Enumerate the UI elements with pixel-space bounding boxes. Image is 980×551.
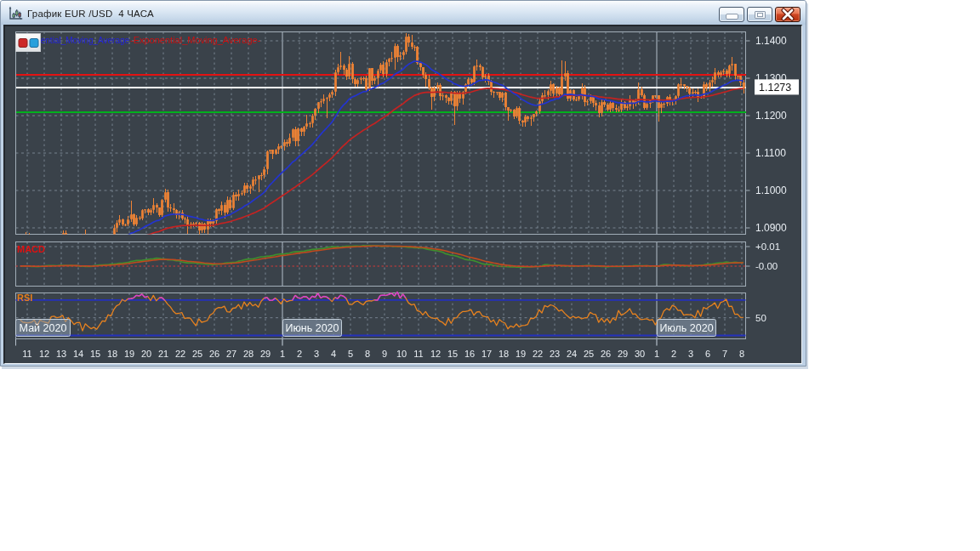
axis-label: 50 [755, 313, 766, 323]
price-axis: 1.14001.13001.12001.11001.10001.0900+0.0… [746, 35, 788, 323]
date-label: 29 [618, 349, 628, 359]
date-label: 11 [22, 349, 31, 359]
date-label: 29 [260, 349, 271, 359]
date-label: 26 [209, 349, 219, 359]
month-box-label: Май 2020 [20, 322, 67, 334]
date-label: 2 [297, 349, 302, 359]
date-label: 12 [430, 349, 441, 359]
date-label: 22 [175, 349, 185, 359]
price-chart: 1.14001.13001.12001.11001.10001.0900+0.0… [1, 1, 807, 367]
date-label: 2 [671, 349, 676, 359]
ema-fast-line [20, 61, 744, 247]
date-label: 24 [567, 349, 577, 359]
date-label: 12 [39, 349, 49, 359]
axis-label: 1.1100 [755, 147, 786, 159]
date-label: 27 [226, 349, 236, 359]
date-label: 22 [533, 349, 543, 359]
rsi-panel-lines [16, 292, 746, 335]
date-label: 10 [396, 349, 407, 359]
date-label: 5 [348, 349, 353, 359]
date-label: 8 [365, 349, 370, 359]
date-label: 25 [584, 349, 594, 359]
date-label: 3 [688, 349, 693, 359]
grid-lines [16, 32, 746, 346]
axis-label: 1.1400 [755, 35, 787, 47]
date-label: 30 [635, 349, 645, 359]
month-box-label: Июль 2020 [659, 322, 713, 334]
date-label: 23 [550, 349, 560, 359]
axis-label: 1.1000 [755, 185, 787, 196]
date-label: 25 [192, 349, 202, 359]
macd-lines [16, 246, 746, 267]
ema-slow-legend: -Exponential_Moving_Average- [130, 35, 261, 45]
date-label: 21 [158, 349, 168, 359]
date-label: 7 [722, 349, 727, 359]
month-box[interactable]: Июль 2020 [658, 320, 716, 337]
moving-averages [20, 61, 744, 247]
date-label: 17 [481, 349, 492, 359]
month-box[interactable]: Май 2020 [16, 320, 71, 337]
current-price-box: 1.1273 [755, 79, 799, 94]
date-label: 4 [331, 349, 336, 359]
date-label: 3 [314, 349, 319, 359]
axis-label: -0.00 [755, 261, 778, 271]
axis-label: 1.0900 [755, 222, 787, 234]
date-label: 14 [73, 349, 83, 359]
date-label: 19 [124, 349, 134, 359]
date-label: 18 [107, 349, 117, 359]
rsi-line [20, 292, 744, 331]
macd-label: MACD [17, 244, 45, 254]
date-label: 26 [601, 349, 611, 359]
current-price-label: 1.1273 [759, 82, 791, 94]
date-label: 28 [243, 349, 254, 359]
date-label: 8 [739, 349, 744, 359]
date-label: 15 [447, 349, 458, 359]
red-swatch [19, 39, 27, 48]
blue-swatch [30, 39, 38, 48]
chart-window: График EUR /USD 4 ЧАСА 1.14001.13001.120… [0, 0, 806, 366]
date-label: 16 [464, 349, 475, 359]
horizontal-level-lines [16, 75, 746, 112]
month-box-label: Июнь 2020 [285, 322, 339, 334]
date-label: 18 [499, 349, 509, 359]
date-label: 11 [413, 349, 423, 359]
indicator-legend: Exponential_Moving_Average-Exponential_M… [16, 34, 261, 52]
date-label: 9 [382, 349, 387, 359]
date-label: 6 [705, 349, 710, 359]
date-label: 13 [56, 349, 66, 359]
axis-label: +0.01 [755, 241, 780, 252]
macd-signal-line [20, 246, 744, 266]
rsi-label: RSI [17, 293, 32, 303]
legend-text-clip: Exponential_Moving_Average-Exponential_M… [16, 35, 260, 45]
month-box[interactable]: Июнь 2020 [283, 320, 342, 337]
date-label: 1 [280, 349, 285, 359]
date-label: 15 [90, 349, 100, 359]
candles [20, 33, 745, 270]
axis-label: 1.1200 [755, 110, 787, 122]
bull-candle-bodies [23, 37, 739, 257]
date-label: 20 [141, 349, 151, 359]
date-label: 1 [654, 349, 659, 359]
date-axis: 1112131415181920212225262728291234589101… [22, 349, 744, 359]
date-label: 19 [516, 349, 526, 359]
